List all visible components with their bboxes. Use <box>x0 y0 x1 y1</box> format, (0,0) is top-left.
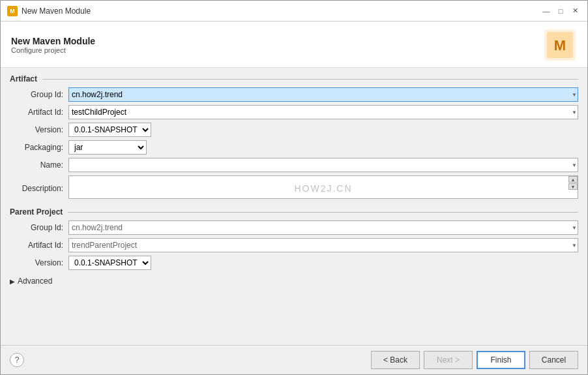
title-bar-text: New Maven Module <box>22 7 91 16</box>
version-row: Version: 0.0.1-SNAPSHOT <box>10 123 578 137</box>
maximize-button[interactable]: □ <box>555 5 566 17</box>
header-subtitle: Configure project <box>11 46 95 54</box>
packaging-row: Packaging: jar war pom <box>10 140 578 155</box>
parent-group-id-row: Group Id: ▼ <box>10 220 578 235</box>
maven-module-icon: M <box>7 6 18 16</box>
parent-version-select[interactable]: 0.0.1-SNAPSHOT <box>68 256 151 270</box>
title-bar: M New Maven Module — □ ✕ <box>1 1 587 22</box>
title-bar-left: M New Maven Module <box>7 6 91 16</box>
parent-section-divider <box>68 212 578 213</box>
parent-version-label: Version: <box>10 258 68 267</box>
close-button[interactable]: ✕ <box>569 5 581 17</box>
artifact-section-divider <box>42 79 578 80</box>
header-text: New Maven Module Configure project <box>11 36 95 54</box>
next-button[interactable]: Next > <box>424 351 473 369</box>
parent-artifact-id-input[interactable] <box>68 238 578 252</box>
artifact-id-row: Artifact Id: ▼ <box>10 105 578 119</box>
help-button[interactable]: ? <box>10 353 24 367</box>
scroll-down-button[interactable]: ▼ <box>568 183 578 190</box>
scroll-up-button[interactable]: ▲ <box>568 176 578 183</box>
artifact-id-input[interactable] <box>68 105 578 119</box>
group-id-input[interactable] <box>68 87 578 102</box>
svg-text:M: M <box>554 37 566 53</box>
maven-logo-icon: M <box>543 28 577 62</box>
name-row: Name: ▼ <box>10 158 578 172</box>
packaging-label: Packaging: <box>10 143 68 152</box>
footer-left: ? <box>10 353 24 367</box>
advanced-arrow-icon: ▶ <box>10 278 15 285</box>
description-field-wrap: HOW2J.CN ▲ ▼ <box>68 175 578 201</box>
footer-right: < Back Next > Finish Cancel <box>371 351 578 369</box>
advanced-label: Advanced <box>18 277 52 286</box>
footer: ? < Back Next > Finish Cancel <box>1 345 587 374</box>
content-area: Artifact Group Id: ▼ Artifact Id: ▼ <box>1 68 587 345</box>
finish-button[interactable]: Finish <box>477 351 525 369</box>
title-bar-controls: — □ ✕ <box>540 5 581 17</box>
parent-group-id-label: Group Id: <box>10 223 68 232</box>
advanced-row[interactable]: ▶ Advanced <box>10 277 578 286</box>
version-label: Version: <box>10 125 68 134</box>
parent-group-id-input[interactable] <box>68 220 578 235</box>
artifact-id-label: Artifact Id: <box>10 108 68 117</box>
parent-artifact-id-row: Artifact Id: ▼ <box>10 238 578 252</box>
artifact-section-header: Artifact <box>10 74 578 83</box>
name-field-wrap: ▼ <box>68 158 578 172</box>
artifact-id-field-wrap: ▼ <box>68 105 578 119</box>
header-title: New Maven Module <box>11 36 95 46</box>
dialog-window: M New Maven Module — □ ✕ New Maven Modul… <box>0 0 588 375</box>
name-input[interactable] <box>68 158 578 172</box>
parent-section-title: Parent Project <box>10 207 63 217</box>
description-row: Description: HOW2J.CN ▲ ▼ <box>10 175 578 201</box>
parent-version-row: Version: 0.0.1-SNAPSHOT <box>10 256 578 270</box>
group-id-label: Group Id: <box>10 90 68 99</box>
description-scroll-controls: ▲ ▼ <box>568 176 578 190</box>
group-id-row: Group Id: ▼ <box>10 87 578 102</box>
header: New Maven Module Configure project M <box>1 22 587 68</box>
parent-project-section: Parent Project Group Id: ▼ Artifact Id: … <box>10 207 578 270</box>
group-id-field-wrap: ▼ <box>68 87 578 102</box>
packaging-select[interactable]: jar war pom <box>68 140 147 155</box>
parent-artifact-id-field-wrap: ▼ <box>68 238 578 252</box>
parent-artifact-id-label: Artifact Id: <box>10 241 68 250</box>
name-label: Name: <box>10 160 68 170</box>
cancel-button[interactable]: Cancel <box>529 351 578 369</box>
back-button[interactable]: < Back <box>371 351 420 369</box>
header-icon-container: M <box>543 28 577 62</box>
version-select[interactable]: 0.0.1-SNAPSHOT <box>68 123 151 137</box>
description-label: Description: <box>10 184 68 193</box>
minimize-button[interactable]: — <box>540 5 552 17</box>
description-textarea[interactable] <box>68 175 578 199</box>
parent-section-header: Parent Project <box>10 207 578 217</box>
parent-group-id-field-wrap: ▼ <box>68 220 578 235</box>
artifact-section-title: Artifact <box>10 74 37 83</box>
artifact-section: Artifact Group Id: ▼ Artifact Id: ▼ <box>10 74 578 201</box>
